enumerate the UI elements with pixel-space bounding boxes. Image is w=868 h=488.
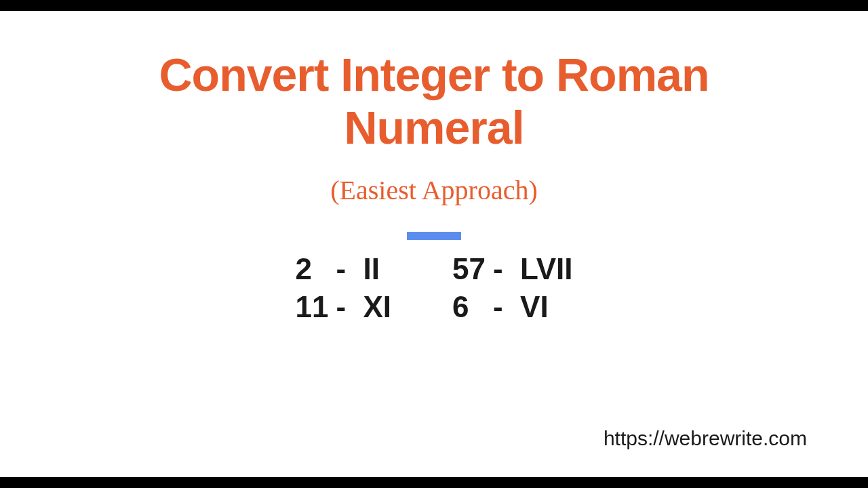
example-roman: VI bbox=[520, 290, 549, 324]
example-row: 57 - LVII bbox=[452, 252, 572, 286]
title-line-2: Numeral bbox=[344, 102, 524, 153]
slide-container: Convert Integer to Roman Numeral (Easies… bbox=[0, 11, 868, 477]
example-integer: 2 bbox=[296, 252, 336, 286]
example-row: 2 - II bbox=[296, 252, 392, 286]
divider-bar bbox=[407, 232, 461, 240]
example-roman: LVII bbox=[520, 252, 572, 286]
examples-column-right: 57 - LVII 6 - VI bbox=[452, 252, 572, 324]
example-roman: XI bbox=[363, 290, 392, 324]
title-line-1: Convert Integer to Roman bbox=[159, 49, 709, 100]
main-title: Convert Integer to Roman Numeral bbox=[0, 48, 868, 154]
example-dash: - bbox=[336, 252, 363, 286]
example-dash: - bbox=[493, 290, 520, 324]
source-url: https://webrewrite.com bbox=[604, 427, 807, 450]
example-integer: 11 bbox=[296, 290, 336, 324]
examples-column-left: 2 - II 11 - XI bbox=[296, 252, 392, 324]
example-dash: - bbox=[493, 252, 520, 286]
example-row: 11 - XI bbox=[296, 290, 392, 324]
subtitle: (Easiest Approach) bbox=[0, 174, 868, 206]
example-dash: - bbox=[336, 290, 363, 324]
example-integer: 6 bbox=[452, 290, 493, 324]
example-roman: II bbox=[363, 252, 380, 286]
examples-section: 2 - II 11 - XI 57 - LVII 6 - VI bbox=[0, 252, 868, 324]
example-row: 6 - VI bbox=[452, 290, 572, 324]
example-integer: 57 bbox=[452, 252, 493, 286]
